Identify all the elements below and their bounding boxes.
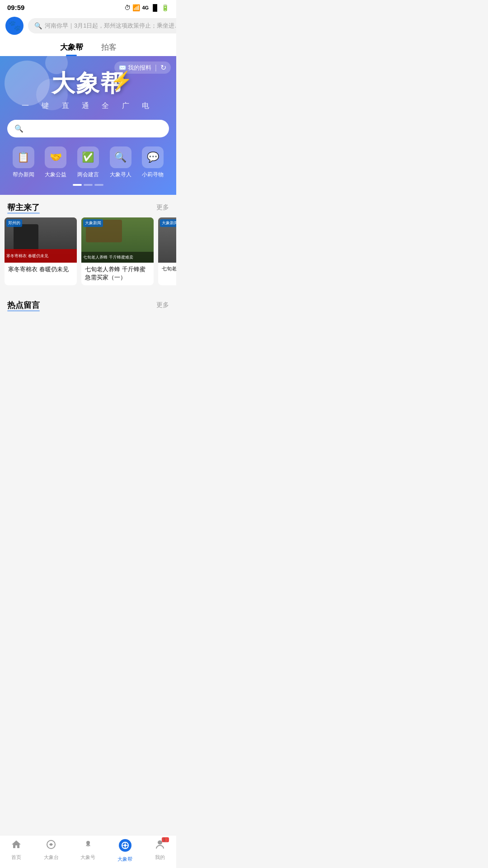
xunren-label: 大象寻人 — [110, 171, 131, 179]
xunwu-icon: 💬 — [142, 146, 164, 168]
card-1-source: 郑州的 — [6, 219, 22, 227]
dot-1 — [73, 184, 82, 186]
signal-icon: ⏱ — [124, 4, 131, 11]
service-grid: 📋 帮办新闻 🤝 大象公益 ✅ 两会建言 🔍 大象寻人 💬 小莉寻物 — [7, 143, 169, 180]
banner-search-bar[interactable]: 🔍 — [7, 120, 169, 137]
hot-section-header: 热点留言 更多 — [0, 292, 176, 315]
card-2-overlay-text: 七旬老人养蜂 千斤蜂蜜难卖 — [83, 255, 133, 260]
gongyi-icon: 🤝 — [45, 146, 66, 168]
status-icons: ⏱ 📶 4G ▐▌ 🔋 — [124, 4, 169, 11]
lianghui-label: 两会建言 — [77, 171, 99, 179]
card-3-image: 大象新闻 — [158, 217, 176, 263]
lianghui-icon: ✅ — [77, 146, 99, 168]
card-2-caption: 七旬老人养蜂 千斤蜂蜜急需买家（一） — [81, 263, 154, 285]
tab-daxiangbang[interactable]: 大象帮 — [60, 42, 83, 56]
status-time: 09:59 — [7, 4, 24, 11]
status-bar: 09:59 ⏱ 📶 4G ▐▌ 🔋 — [0, 0, 176, 13]
banner-subtitle: 一 键 直 通 全 广 电 — [7, 101, 169, 111]
service-item-xunren[interactable]: 🔍 大象寻人 — [110, 146, 131, 179]
bangzhu-section: 帮主来了 更多 寒冬寄棉衣 春暖仍未见 郑州的 寒冬寄棉衣 春暖仍未见 — [0, 195, 176, 292]
hot-more[interactable]: 更多 — [156, 301, 169, 309]
lightning-icon: ⚡ — [110, 70, 134, 91]
app-logo[interactable]: 🐾 — [5, 17, 23, 35]
dot-2 — [84, 184, 93, 186]
card-1-caption: 寒冬寄棉衣 春暖仍未见 — [5, 263, 77, 277]
bangzhu-more[interactable]: 更多 — [156, 203, 169, 212]
card-2-source: 大象新闻 — [83, 219, 103, 227]
header: 🐾 🔍 河南你早｜3月1日起，郑州这项政策停止；乘坐进... — [0, 13, 176, 38]
service-item-xunwu[interactable]: 💬 小莉寻物 — [142, 146, 164, 179]
refresh-icon[interactable]: ↻ — [160, 63, 166, 72]
bangban-label: 帮办新闻 — [13, 171, 34, 179]
banner-search-icon: 🔍 — [14, 124, 23, 133]
service-item-bangban[interactable]: 📋 帮办新闻 — [13, 146, 34, 179]
bangzhu-title: 帮主来了 — [7, 202, 40, 213]
search-hint-text: 河南你早｜3月1日起，郑州这项政策停止；乘坐进... — [45, 22, 176, 30]
bangzhu-section-header: 帮主来了 更多 — [0, 195, 176, 217]
bangzhu-card-1[interactable]: 寒冬寄棉衣 春暖仍未见 郑州的 寒冬寄棉衣 春暖仍未见 — [5, 217, 77, 285]
banner-divider: | — [155, 64, 157, 72]
hot-section: 热点留言 更多 — [0, 292, 176, 322]
bangzhu-cards: 寒冬寄棉衣 春暖仍未见 郑州的 寒冬寄棉衣 春暖仍未见 七旬老人养蜂 千斤蜂蜜难… — [0, 217, 176, 292]
card-2-image: 七旬老人养蜂 千斤蜂蜜难卖 大象新闻 — [81, 217, 154, 263]
xunwu-label: 小莉寻物 — [142, 171, 164, 179]
hot-title: 热点留言 — [7, 300, 40, 311]
bangban-icon: 📋 — [13, 146, 34, 168]
dot-3 — [94, 184, 103, 186]
battery-icon: 🔋 — [161, 4, 169, 11]
banner: ✉️ 我的报料 | ↻ 大象帮 ⚡ 一 键 直 通 全 广 电 🔍 📋 帮办新闻… — [0, 56, 176, 195]
service-item-gongyi[interactable]: 🤝 大象公益 — [45, 146, 66, 179]
card-3-caption: 七旬老... — [158, 263, 176, 276]
wifi-icon: 📶 — [132, 4, 140, 11]
xunren-icon: 🔍 — [110, 146, 131, 168]
dots-indicator — [7, 180, 169, 188]
card-3-source: 大象新闻 — [160, 219, 176, 227]
main-search-bar[interactable]: 🔍 河南你早｜3月1日起，郑州这项政策停止；乘坐进... — [28, 18, 176, 33]
logo-icon: 🐾 — [9, 20, 21, 32]
gongyi-label: 大象公益 — [45, 171, 66, 179]
main-tabs: 大象帮 拍客 — [0, 38, 176, 56]
signal-bars-icon: ▐▌ — [150, 4, 160, 11]
service-item-lianghui[interactable]: ✅ 两会建言 — [77, 146, 99, 179]
banner-main-title: 大象帮 ⚡ — [52, 68, 125, 99]
tab-paike[interactable]: 拍客 — [101, 42, 117, 56]
network-icon: 4G — [142, 5, 149, 10]
bangzhu-card-3[interactable]: 大象新闻 七旬老... — [158, 217, 176, 285]
bangzhu-card-2[interactable]: 七旬老人养蜂 千斤蜂蜜难卖 大象新闻 七旬老人养蜂 千斤蜂蜜急需买家（一） — [81, 217, 154, 285]
search-icon: 🔍 — [34, 22, 42, 29]
card-1-image: 寒冬寄棉衣 春暖仍未见 郑州的 — [5, 217, 77, 263]
card-1-overlay-text: 寒冬寄棉衣 春暖仍未见 — [6, 253, 48, 259]
